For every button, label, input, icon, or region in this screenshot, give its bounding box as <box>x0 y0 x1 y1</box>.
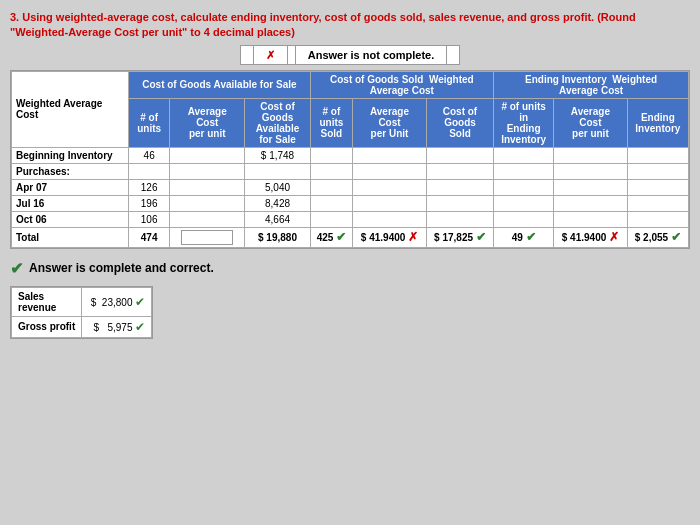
bi-cost-avail: $ 1,748 <box>245 147 310 163</box>
avg-cost3-x: ✗ <box>609 230 619 244</box>
bi-units-ending <box>494 147 554 163</box>
apr07-cost-avail: 5,040 <box>245 179 310 195</box>
jul16-label: Jul 16 <box>12 195 129 211</box>
col-avg-cost2: AverageCostper Unit <box>353 98 427 147</box>
ending-inv-check: ✔ <box>671 230 681 244</box>
bi-units: 46 <box>129 147 170 163</box>
oct06-cost-avail: 4,664 <box>245 211 310 227</box>
total-avg-cost3: $ 41.9400 ✗ <box>554 227 628 247</box>
col-units-sold: # ofunitsSold <box>310 98 353 147</box>
sales-revenue-label: Salesrevenue <box>12 287 82 316</box>
col-avg-cost3: AverageCostper unit <box>554 98 628 147</box>
total-avg-cost2: $ 41.9400 ✗ <box>353 227 427 247</box>
col-cost-sold: Cost ofGoodsSold <box>426 98 493 147</box>
gross-profit-label: Gross profit <box>12 316 82 337</box>
col-units-ending: # of unitsinEndingInventory <box>494 98 554 147</box>
answer-banner: ✗ Answer is not complete. <box>10 49 690 62</box>
bi-avg-cost <box>170 147 245 163</box>
gross-profit-row: Gross profit $ 5,975 ✔ <box>12 316 152 337</box>
beginning-inventory-label: Beginning Inventory <box>12 147 129 163</box>
total-avg-cost-input[interactable] <box>170 227 245 247</box>
avg-cost-x: ✗ <box>408 230 418 244</box>
complete-banner: ✔ Answer is complete and correct. <box>10 259 690 278</box>
apr07-units: 126 <box>129 179 170 195</box>
total-row: Total 474 $ 19,880 425 ✔ $ 41.9400 ✗ $ 1… <box>12 227 689 247</box>
bi-ending-inv <box>627 147 688 163</box>
sales-check: ✔ <box>135 295 145 309</box>
col-ending-inv: EndingInventory <box>627 98 688 147</box>
total-label: Total <box>12 227 129 247</box>
purchases-header-row: Purchases: <box>12 163 689 179</box>
avg-cost-val: 41.9400 <box>369 232 405 243</box>
section2-header: Cost of Goods Sold WeightedAverage Cost <box>310 71 494 98</box>
oct06-row: Oct 06 106 4,664 <box>12 211 689 227</box>
col-avg-cost1: AverageCostper unit <box>170 98 245 147</box>
col-cost-avail: Cost ofGoodsAvailablefor Sale <box>245 98 310 147</box>
bi-avg-cost2 <box>353 147 427 163</box>
oct06-avg-cost <box>170 211 245 227</box>
complete-check-icon: ✔ <box>10 259 23 278</box>
units-ending-check: ✔ <box>526 230 536 244</box>
units-sold-check: ✔ <box>336 230 346 244</box>
total-ending-inv: $ 2,055 ✔ <box>627 227 688 247</box>
answer-banner-text: Answer is not complete. <box>295 45 448 65</box>
total-units-sold: 425 ✔ <box>310 227 353 247</box>
total-cost-sold: $ 17,825 ✔ <box>426 227 493 247</box>
main-table-container: Weighted AverageCost Cost of Goods Avail… <box>10 70 690 249</box>
gross-profit-value: $ 5,975 ✔ <box>82 316 152 337</box>
x-icon: ✗ <box>253 45 288 65</box>
bi-avg-cost3 <box>554 147 628 163</box>
apr07-row: Apr 07 126 5,040 <box>12 179 689 195</box>
question-text: 3. Using weighted-average cost, calculat… <box>10 10 690 41</box>
oct06-label: Oct 06 <box>12 211 129 227</box>
total-units-ending: 49 ✔ <box>494 227 554 247</box>
avg-cost3-val: 41.9400 <box>570 232 606 243</box>
bi-units-sold <box>310 147 353 163</box>
main-table: Weighted AverageCost Cost of Goods Avail… <box>11 71 689 248</box>
complete-text: Answer is complete and correct. <box>29 261 214 275</box>
bi-cost-sold <box>426 147 493 163</box>
cost-sold-check: ✔ <box>476 230 486 244</box>
apr07-avg-cost <box>170 179 245 195</box>
jul16-row: Jul 16 196 8,428 <box>12 195 689 211</box>
weighted-avg-cost-header: Weighted AverageCost <box>12 71 129 147</box>
jul16-units: 196 <box>129 195 170 211</box>
profit-check: ✔ <box>135 320 145 334</box>
beginning-inventory-row: Beginning Inventory 46 $ 1,748 <box>12 147 689 163</box>
jul16-cost-avail: 8,428 <box>245 195 310 211</box>
total-cost-avail: $ 19,880 <box>245 227 310 247</box>
purchases-label: Purchases: <box>12 163 129 179</box>
bottom-table: Salesrevenue $ 23,800 ✔ Gross profit $ 5… <box>11 287 152 338</box>
oct06-units: 106 <box>129 211 170 227</box>
total-units: 474 <box>129 227 170 247</box>
col-units1: # ofunits <box>129 98 170 147</box>
section3-header: Ending Inventory WeightedAverage Cost <box>494 71 689 98</box>
avg-cost-input[interactable] <box>181 230 233 245</box>
jul16-avg-cost <box>170 195 245 211</box>
sales-revenue-row: Salesrevenue $ 23,800 ✔ <box>12 287 152 316</box>
apr07-label: Apr 07 <box>12 179 129 195</box>
bottom-table-container: Salesrevenue $ 23,800 ✔ Gross profit $ 5… <box>10 286 153 339</box>
section1-header: Cost of Goods Available for Sale <box>129 71 310 98</box>
header-top-row: Weighted AverageCost Cost of Goods Avail… <box>12 71 689 98</box>
sales-revenue-value: $ 23,800 ✔ <box>82 287 152 316</box>
